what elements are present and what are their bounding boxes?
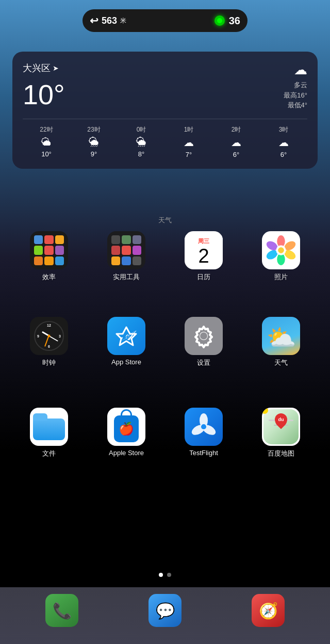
folder-mini-4	[34, 246, 43, 254]
app-calendar[interactable]: 周三 2 日历	[167, 231, 240, 282]
weather-temperature: 10°	[23, 81, 65, 108]
dock: 📞 💬 🧭	[0, 587, 330, 644]
app-icon-weather: ⛅	[262, 317, 300, 355]
apple-logo-icon: 🍎	[119, 423, 134, 435]
appstore-logo-icon: 𝒜	[113, 323, 139, 349]
app-files[interactable]: 文件	[12, 408, 86, 458]
app-efficiency[interactable]: 效率	[12, 231, 86, 282]
svg-point-13	[201, 424, 206, 429]
weather-right-info: 多云 最高16° 最低4°	[284, 80, 307, 110]
signal-icon	[214, 15, 225, 26]
nav-distance: 563	[102, 15, 117, 26]
apple-bag-handle	[121, 409, 132, 418]
app-settings[interactable]: 设置	[167, 317, 240, 367]
app-utilities[interactable]: 实用工具	[90, 231, 163, 282]
page-indicator	[159, 573, 171, 577]
app-clock[interactable]: 12 3 6 9 时钟	[12, 317, 86, 367]
clock-center-dot	[48, 335, 51, 337]
weather-hour-3: 1时 ☁ 7°	[165, 125, 212, 158]
files-folder-shape	[33, 413, 65, 440]
nav-left: ↩ 563 米	[90, 14, 126, 27]
app-baidumap[interactable]: du 百度地图	[244, 408, 318, 458]
baidumap-inner: du	[262, 408, 300, 446]
page-dot-2	[167, 573, 171, 577]
folder-mini-2	[44, 235, 53, 244]
safari-icon: 🧭	[259, 602, 278, 620]
hour-temp-2: 8°	[138, 150, 144, 158]
hour-label-1: 23时	[87, 125, 100, 134]
util-mini-4	[111, 246, 120, 254]
hour-icon-0: 🌥	[41, 136, 52, 148]
hour-temp-1: 9°	[91, 150, 97, 158]
folder-mini-7	[34, 256, 43, 265]
weather-hourly: 22时 🌥 10° 23时 🌦 9° 0时 🌦 8° 1时 ☁ 7° 2时 ☁ …	[23, 119, 307, 158]
weather-app-icon-emoji: ⛅	[267, 326, 296, 349]
hour-temp-3: 7°	[186, 151, 192, 158]
util-mini-6	[133, 246, 141, 254]
app-icon-settings	[185, 317, 223, 355]
dock-safari[interactable]: 🧭	[252, 594, 285, 627]
apps-row-1: 效率 实用工具 周三 2 日历	[0, 231, 330, 282]
util-mini-5	[122, 246, 130, 254]
files-folder-body	[33, 418, 65, 440]
util-mini-3	[133, 235, 141, 244]
app-icon-appstore: 𝒜	[107, 317, 145, 355]
app-label-photos: 照片	[274, 272, 288, 282]
app-icon-applestore: 🍎	[107, 408, 145, 446]
clock-hands	[35, 322, 63, 350]
app-testflight[interactable]: TestFlight	[167, 408, 240, 458]
testflight-logo-icon	[190, 413, 217, 440]
folder-mini-9	[55, 256, 64, 265]
util-mini-1	[111, 235, 120, 244]
folder-mini-8	[44, 256, 53, 265]
navigation-pill: ↩ 563 米 36	[82, 9, 248, 32]
photos-flower-icon	[266, 235, 296, 265]
location-text: 大兴区	[23, 62, 51, 74]
weather-cloud-icon: ☁	[294, 62, 307, 78]
weather-hour-4: 2时 ☁ 6°	[212, 125, 260, 158]
messages-icon: 💬	[156, 602, 175, 620]
app-icon-testflight	[185, 408, 223, 446]
nav-number: 36	[229, 15, 240, 27]
weather-location: 大兴区 ➤	[23, 62, 59, 74]
dock-phone[interactable]: 📞	[45, 594, 78, 627]
calendar-weekday: 周三	[185, 235, 223, 246]
location-arrow-icon: ➤	[53, 64, 59, 72]
weather-condition: 多云	[284, 80, 307, 90]
app-photos[interactable]: 照片	[244, 231, 318, 282]
weather-widget[interactable]: 大兴区 ➤ ☁ 10° 多云 最高16° 最低4° 22时 🌥 10° 23时 …	[12, 52, 318, 169]
du-text: du	[278, 417, 284, 422]
hour-label-0: 22时	[40, 125, 53, 134]
app-label-settings: 设置	[197, 358, 210, 367]
phone-icon: 📞	[53, 602, 72, 620]
app-applestore[interactable]: 🍎 Apple Store	[90, 408, 163, 458]
app-icon-baidumap: du	[262, 408, 300, 446]
du-circle: du	[275, 413, 287, 426]
hour-icon-3: ☁	[184, 136, 194, 149]
weather-hour-0: 22时 🌥 10°	[23, 125, 70, 158]
second-hand	[45, 336, 50, 347]
weather-low: 最低4°	[284, 100, 307, 110]
app-label-testflight: TestFlight	[189, 449, 218, 457]
weather-hour-1: 23时 🌦 9°	[70, 125, 118, 158]
svg-point-9	[200, 332, 207, 340]
hour-label-5: 3时	[279, 125, 289, 134]
app-icon-clock: 12 3 6 9	[30, 317, 68, 355]
files-folder-tab	[33, 413, 47, 421]
app-label-calendar: 日历	[197, 272, 210, 282]
dock-messages[interactable]: 💬	[148, 594, 182, 627]
util-mini-8	[122, 256, 130, 265]
nav-arrow-icon: ↩	[90, 14, 98, 27]
app-label-clock: 时钟	[42, 358, 56, 367]
nav-unit: 米	[120, 17, 126, 25]
util-mini-7	[111, 256, 120, 265]
folder-mini-1	[34, 235, 43, 244]
hour-icon-2: 🌦	[136, 136, 146, 148]
folder-mini-3	[55, 235, 64, 244]
baidumap-bg: du	[263, 409, 299, 444]
app-appstore[interactable]: 𝒜 App Store	[90, 317, 163, 367]
hour-temp-0: 10°	[41, 150, 52, 158]
folder-mini-5	[44, 246, 53, 254]
clock-face: 12 3 6 9	[34, 321, 64, 351]
app-weather[interactable]: ⛅ 天气	[244, 317, 318, 367]
